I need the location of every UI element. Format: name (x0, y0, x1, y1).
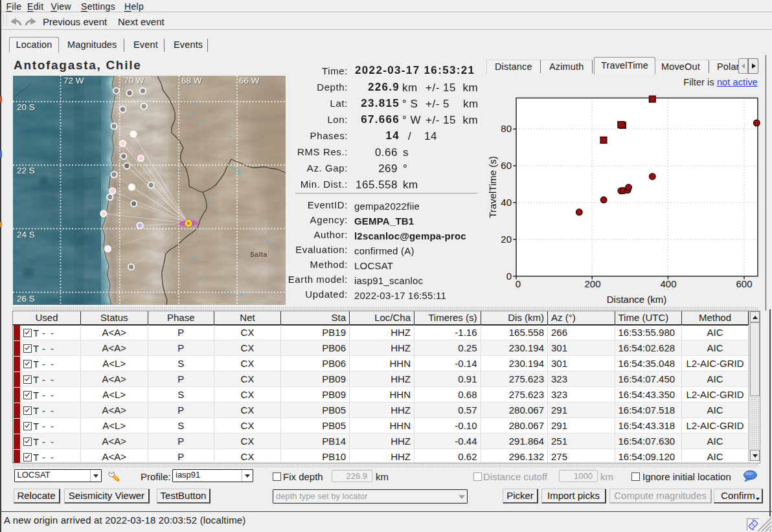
svg-text:Distance (km): Distance (km) (607, 294, 667, 305)
svg-text:0: 0 (516, 278, 521, 289)
svg-text:400: 400 (660, 278, 676, 289)
svg-text:TravelTime (s): TravelTime (s) (487, 156, 498, 218)
svg-text:72 W: 72 W (63, 76, 84, 85)
svg-text:60: 60 (501, 160, 512, 171)
svg-text:24 S: 24 S (17, 230, 35, 239)
svg-text:200: 200 (584, 278, 600, 289)
svg-text:66 W: 66 W (239, 76, 260, 85)
svg-text:22 S: 22 S (17, 166, 35, 175)
svg-text:40: 40 (501, 197, 512, 208)
svg-text:80: 80 (501, 123, 512, 134)
svg-text:26 S: 26 S (17, 294, 35, 304)
svg-text:20: 20 (501, 234, 512, 245)
svg-text:0: 0 (506, 271, 512, 282)
svg-text:600: 600 (736, 278, 752, 289)
svg-text:70 W: 70 W (124, 76, 144, 85)
svg-text:20 S: 20 S (17, 102, 35, 112)
svg-text:Salta: Salta (250, 250, 267, 258)
svg-text:68 W: 68 W (181, 76, 202, 85)
